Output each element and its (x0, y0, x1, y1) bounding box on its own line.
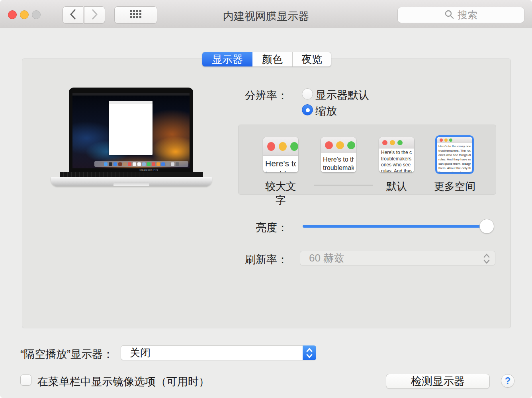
macbook-textedit-body (111, 107, 150, 153)
dock-icons (94, 161, 188, 167)
scaling-option-default[interactable]: Here's to the crtroublemakers.ones who s… (379, 137, 414, 172)
radio-scaled-label[interactable]: 缩放 (315, 104, 337, 118)
scaling-thumbnail-window: Here's to the crazy onetroublemakers. Th… (437, 137, 472, 172)
scaling-thumbnail-window: Here's to the crtroublemakers.ones who s… (379, 137, 414, 172)
title-bar: 内建视网膜显示器 搜索 (0, 0, 532, 28)
scaling-option-more-space-selected[interactable]: Here's to the crazy onetroublemakers. Th… (435, 135, 474, 174)
search-icon (444, 10, 454, 21)
airplay-display-value: 关闭 (121, 346, 151, 360)
tab-night-shift[interactable]: 夜览 (292, 52, 331, 66)
thumbnail-text: Here's to the crtroublemakers.ones who s… (379, 148, 414, 172)
tab-bar: 显示器 颜色 夜览 (202, 52, 331, 67)
question-mark-icon: ? (505, 375, 511, 386)
resolution-label: 分辨率： (207, 88, 288, 103)
refresh-rate-label: 刷新率： (207, 252, 288, 267)
radio-display-default[interactable] (302, 88, 313, 100)
radio-scaled[interactable] (302, 104, 313, 115)
help-button[interactable]: ? (501, 374, 514, 388)
thumbnail-traffic-lights (379, 137, 414, 148)
mirroring-checkbox-label[interactable]: 在菜单栏中显示镜像选项（可用时） (37, 375, 209, 389)
scaling-label-larger-text: 较大文字 (261, 179, 300, 207)
thumbnail-traffic-lights (263, 137, 298, 156)
radio-display-default-label[interactable]: 显示器默认 (315, 88, 369, 102)
thumbnail-traffic-lights (437, 137, 472, 143)
macbook-model-label: MacBook Pro (87, 168, 211, 171)
thumbnail-text: Here's to thtroublemakones who s (321, 153, 356, 172)
search-input[interactable]: 搜索 (397, 7, 524, 23)
detect-displays-button[interactable]: 检测显示器 (386, 374, 490, 389)
thumbnail-text: Here's to the crazy onetroublemakers. Th… (437, 143, 472, 172)
macbook-base (51, 177, 212, 186)
search-placeholder: 搜索 (458, 8, 477, 21)
brightness-slider-thumb[interactable] (479, 219, 494, 234)
brightness-label: 亮度： (207, 220, 288, 235)
airplay-display-label: “隔空播放”显示器： (20, 347, 113, 361)
scaling-divider-line (314, 185, 373, 185)
scaling-option-larger-text[interactable]: Here's to ttroublema (263, 137, 298, 172)
refresh-rate-value: 60 赫兹 (300, 251, 344, 265)
brightness-slider[interactable] (303, 225, 493, 228)
macbook-menubar (72, 93, 190, 96)
tab-color[interactable]: 颜色 (252, 52, 292, 66)
thumbnail-traffic-lights (321, 137, 356, 153)
airplay-display-dropdown[interactable]: 关闭 (121, 345, 316, 360)
displays-preferences-window: 内建视网膜显示器 搜索 显示器 颜色 夜览 MacBook Pro (0, 0, 532, 398)
scaling-options-panel: Here's to ttroublema Here's to thtrouble… (238, 125, 496, 195)
chevron-up-down-icon (306, 347, 313, 359)
scaling-label-more-space: 更多空间 (429, 179, 481, 193)
scaling-label-default: 默认 (377, 179, 416, 193)
dropdown-stepper[interactable] (303, 345, 316, 360)
mirroring-checkbox[interactable] (20, 375, 31, 386)
macbook-textedit-titlebar (109, 101, 153, 104)
scaling-option-2[interactable]: Here's to thtroublemakones who s (321, 137, 356, 172)
scaling-thumbnail-window: Here's to thtroublemakones who s (321, 137, 356, 172)
macbook-lid-notch (113, 182, 149, 186)
macbook-textedit-window (109, 101, 153, 155)
brightness-slider-fill (303, 225, 493, 228)
macbook-illustration: MacBook Pro (51, 88, 212, 188)
macbook-wallpaper (72, 93, 190, 168)
tab-display[interactable]: 显示器 (202, 52, 252, 66)
chevron-up-down-icon (483, 253, 490, 267)
thumbnail-text: Here's to ttroublema (263, 156, 298, 172)
refresh-rate-dropdown[interactable]: 60 赫兹 (300, 251, 495, 265)
scaling-thumbnail-window: Here's to ttroublema (263, 137, 298, 172)
macbook-screen: MacBook Pro (69, 88, 193, 172)
